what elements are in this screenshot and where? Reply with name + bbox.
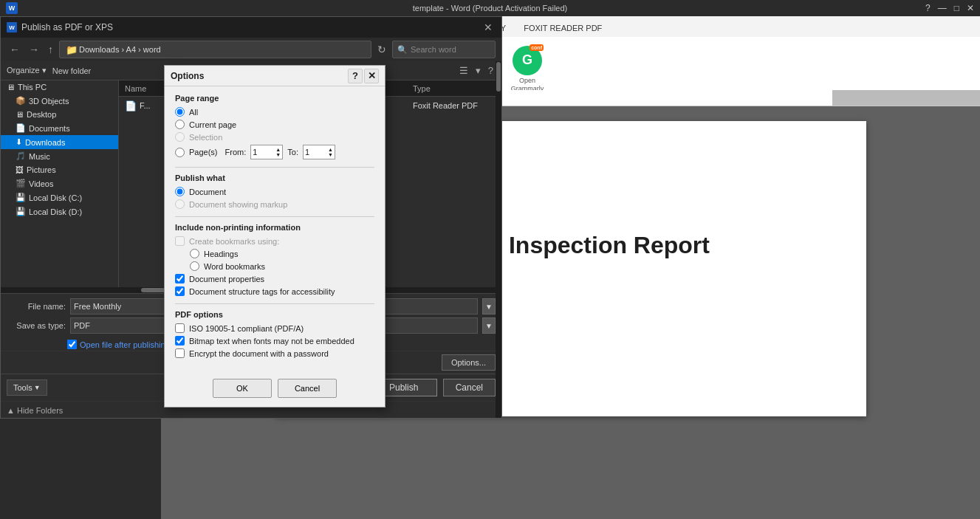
- pdf-dialog-title: Publish as PDF or XPS: [21, 22, 113, 32]
- col-type: Type: [410, 84, 498, 93]
- non-printing-title: Include non-printing information: [175, 223, 374, 232]
- tree-item-pictures[interactable]: 🖼Pictures: [1, 163, 118, 176]
- search-placeholder: Search word: [411, 45, 456, 54]
- refresh-btn[interactable]: ↻: [374, 42, 389, 57]
- breadcrumb-path: Downloads › A4 › word: [79, 45, 161, 54]
- to-label: To:: [287, 148, 298, 157]
- radio-word-bookmarks[interactable]: Word bookmarks: [190, 261, 374, 271]
- radio-all[interactable]: All: [175, 107, 374, 117]
- page-range-title: Page range: [175, 94, 374, 103]
- from-input[interactable]: 1 ▲ ▼: [250, 145, 283, 159]
- dialog-cancel-btn[interactable]: Cancel: [443, 379, 496, 396]
- checkbox-encrypt[interactable]: Encrypt the document with a password: [175, 348, 374, 358]
- file-name-label: File name:: [7, 302, 66, 311]
- pdf-dialog-close[interactable]: ✕: [481, 21, 496, 33]
- file-type: Foxit Reader PDF: [410, 101, 498, 110]
- search-icon: 🔍: [397, 45, 408, 55]
- dialog-help-btn[interactable]: ?: [486, 63, 496, 78]
- from-up[interactable]: ▲: [275, 147, 281, 152]
- pdf-dialog-icon: W: [7, 22, 17, 32]
- nav-forward[interactable]: →: [26, 42, 42, 57]
- tree-item-local-d[interactable]: 💾Local Disk (D:): [1, 204, 118, 219]
- grammarly-badge: conf: [530, 44, 544, 51]
- file-name-dropdown[interactable]: ▼: [482, 298, 496, 315]
- tools-btn[interactable]: Tools ▼: [7, 379, 47, 396]
- checkbox-bitmap[interactable]: Bitmap text when fonts may not be embedd…: [175, 336, 374, 346]
- nav-up[interactable]: ↑: [45, 42, 56, 57]
- tools-arrow: ▼: [34, 384, 41, 391]
- options-cancel-btn[interactable]: Cancel: [278, 379, 337, 398]
- tree-item-this-pc[interactable]: 🖥This PC: [1, 80, 118, 94]
- nav-back[interactable]: ←: [7, 42, 23, 57]
- options-btn[interactable]: Options...: [442, 354, 496, 371]
- close-btn[interactable]: ✕: [967, 3, 974, 13]
- tree-item-local-c[interactable]: 💾Local Disk (C:): [1, 190, 118, 204]
- checkbox-doc-properties[interactable]: Document properties: [175, 274, 374, 283]
- breadcrumb-folder-icon: 📁: [66, 44, 78, 55]
- tree-item-documents[interactable]: 📄Documents: [1, 121, 118, 135]
- radio-selection[interactable]: Selection: [175, 132, 374, 142]
- tree-item-music[interactable]: 🎵Music: [1, 149, 118, 163]
- options-dialog: Options ? ✕ Page range All Current page …: [164, 65, 386, 408]
- options-title: Options: [171, 71, 204, 81]
- view-toggle-btn[interactable]: ☰: [457, 63, 470, 78]
- to-down[interactable]: ▼: [328, 152, 333, 157]
- from-label: From:: [225, 148, 247, 157]
- radio-pages[interactable]: Page(s): [175, 148, 218, 157]
- publish-what-title: Publish what: [175, 173, 374, 182]
- from-down[interactable]: ▼: [275, 152, 281, 157]
- radio-document-markup[interactable]: Document showing markup: [175, 199, 374, 209]
- file-name: F...: [140, 101, 151, 110]
- checkbox-create-bookmarks[interactable]: Create bookmarks using:: [175, 236, 374, 246]
- checkbox-iso[interactable]: ISO 19005-1 compliant (PDF/A): [175, 323, 374, 333]
- radio-headings[interactable]: Headings: [190, 249, 374, 258]
- view-options-btn[interactable]: ▾: [473, 63, 483, 78]
- word-icon: W: [6, 2, 18, 14]
- tree-item-downloads[interactable]: ⬇Downloads: [1, 135, 118, 149]
- maximize-btn[interactable]: □: [954, 3, 959, 13]
- breadcrumb[interactable]: 📁 Downloads › A4 › word: [59, 41, 371, 58]
- checkbox-structure-tags[interactable]: Document structure tags for accessibilit…: [175, 286, 374, 296]
- search-box[interactable]: 🔍 Search word: [392, 41, 496, 58]
- tree-item-videos[interactable]: 🎬Videos: [1, 176, 118, 190]
- minimize-btn[interactable]: —: [938, 3, 947, 13]
- save-as-type-label: Save as type:: [7, 321, 66, 330]
- file-icon: 📄: [125, 100, 137, 111]
- organize-btn[interactable]: Organize ▾: [7, 66, 47, 75]
- tab-foxit[interactable]: FOXIT READER PDF: [515, 19, 611, 37]
- tree-item-desktop[interactable]: 🖥Desktop: [1, 108, 118, 121]
- to-input[interactable]: 1 ▲ ▼: [303, 145, 335, 159]
- options-close-icon[interactable]: ✕: [364, 69, 379, 83]
- options-help-btn[interactable]: ?: [348, 69, 363, 83]
- hide-folders-btn[interactable]: ▲ Hide Folders: [7, 406, 63, 415]
- help-btn[interactable]: ?: [925, 3, 931, 13]
- radio-current-page[interactable]: Current page: [175, 120, 374, 129]
- radio-document[interactable]: Document: [175, 187, 374, 196]
- new-folder-btn[interactable]: New folder: [52, 66, 92, 75]
- tree-item-3d-objects[interactable]: 📦3D Objects: [1, 94, 118, 108]
- word-title: template - Word (Product Activation Fail…: [413, 4, 568, 13]
- save-as-type-dropdown[interactable]: ▼: [482, 317, 496, 334]
- options-ok-btn[interactable]: OK: [213, 379, 272, 398]
- to-up[interactable]: ▲: [328, 147, 333, 152]
- pdf-options-title: PDF options: [175, 310, 374, 319]
